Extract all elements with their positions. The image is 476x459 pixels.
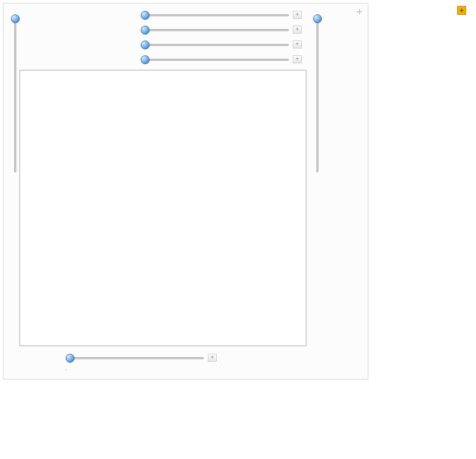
manipulate-panel: + + +	[3, 3, 368, 379]
n0-slider[interactable]	[10, 14, 19, 172]
alpha-expand-button[interactable]: +	[293, 11, 302, 19]
time-slider[interactable]	[66, 353, 204, 362]
scale-vectors-toggle[interactable]	[66, 369, 67, 370]
phase-plot	[19, 70, 307, 346]
n0-control	[7, 70, 19, 172]
alpha-slider[interactable]	[141, 10, 289, 19]
time-expand-button[interactable]: +	[208, 354, 217, 362]
p0-slider[interactable]	[313, 14, 321, 172]
bookmark-icon[interactable]: +	[355, 7, 364, 16]
delta-expand-button[interactable]: +	[293, 55, 302, 63]
gamma-slider[interactable]	[141, 40, 289, 49]
beta-expand-button[interactable]: +	[293, 26, 302, 34]
beta-slider[interactable]	[141, 25, 289, 34]
vector-field-svg	[23, 74, 303, 342]
delta-slider[interactable]	[141, 55, 289, 64]
gamma-expand-button[interactable]: +	[293, 41, 302, 48]
add-demo-button[interactable]: +	[457, 6, 466, 15]
p0-control	[310, 70, 321, 172]
